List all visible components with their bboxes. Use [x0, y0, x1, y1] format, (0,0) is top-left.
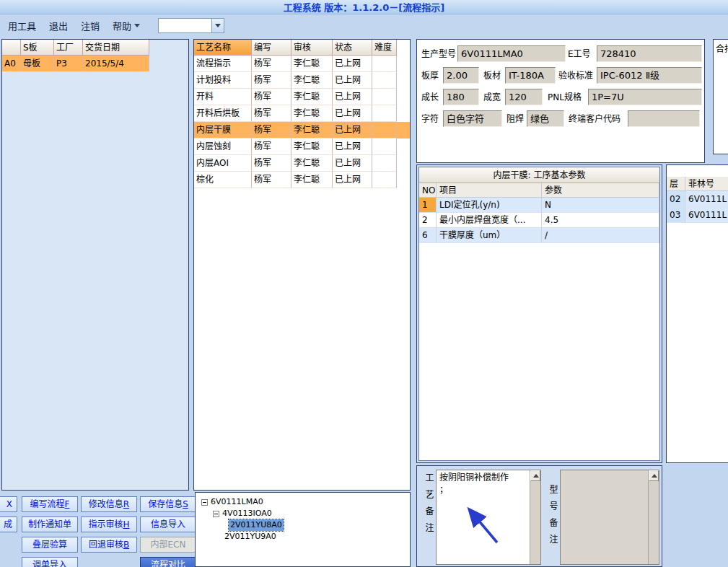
tree-node-root[interactable]: 6V0111LMA0: [201, 496, 263, 508]
param-row[interactable]: 6 干膜厚度（um） /: [419, 228, 659, 243]
process-col-writer[interactable]: 编写: [252, 40, 291, 56]
film-cell-layer: 03: [667, 207, 685, 223]
length-label: 成长: [421, 89, 439, 106]
tree-collapse-icon[interactable]: [201, 499, 208, 506]
process-cell-status: 已上网: [333, 139, 372, 155]
length-field[interactable]: 180: [443, 89, 479, 105]
menu-item-exit[interactable]: 退出: [43, 17, 74, 35]
process-row[interactable]: 开料后烘板 杨军 李仁聪 已上网: [194, 105, 410, 122]
material-field[interactable]: IT-180A: [505, 67, 556, 84]
process-cell-writer: 杨军: [252, 72, 291, 89]
eno-field[interactable]: 728410: [597, 45, 702, 62]
process-cell-auditor: 李仁聪: [291, 72, 333, 89]
param-cell-value: /: [542, 228, 659, 243]
rollback-audit-button[interactable]: 回退审核B: [81, 537, 137, 553]
param-col-item[interactable]: 项目: [437, 183, 542, 198]
board-col-delivery[interactable]: 交货日期: [83, 40, 149, 56]
param-col-no[interactable]: NO: [419, 183, 437, 198]
process-cell-difficulty: [372, 122, 397, 139]
process-cell-writer: 杨军: [252, 155, 291, 172]
combobox-value: [159, 19, 211, 32]
tree-node-selected[interactable]: 2V011YU8A0: [229, 519, 284, 531]
menu-item-logout[interactable]: 注销: [74, 17, 106, 35]
client-code-field[interactable]: [628, 110, 700, 127]
board-table-row[interactable]: A0 母板 P3 2015/5/4: [2, 56, 149, 71]
write-flow-button[interactable]: 编写流程F: [22, 496, 78, 512]
film-row[interactable]: 03 6V0111L: [667, 207, 728, 223]
process-cell-auditor: 李仁聪: [291, 139, 333, 155]
board-col-sboard[interactable]: S板: [21, 40, 54, 56]
process-remark-textarea[interactable]: 按阴阳铜补偿制作 ；: [436, 470, 541, 565]
board-col-cut[interactable]: [2, 40, 21, 56]
menu-item-tools[interactable]: 用工具: [1, 17, 43, 35]
menu-combobox[interactable]: [158, 18, 224, 33]
info-import-button[interactable]: 信息导入: [140, 517, 196, 532]
save-info-button[interactable]: 保存信息S: [140, 496, 196, 512]
make-notice-button[interactable]: 制作通知单: [22, 517, 78, 532]
thickness-field[interactable]: 2.00: [443, 67, 479, 84]
model-field[interactable]: 6V0111LMA0: [457, 45, 566, 62]
process-col-name[interactable]: 工艺名称: [194, 40, 252, 56]
cut-button-x[interactable]: X: [0, 496, 17, 512]
scroll-up-button[interactable]: [649, 470, 659, 481]
model-remark-textarea[interactable]: [560, 470, 659, 565]
menu-item-help[interactable]: 帮助: [106, 17, 146, 35]
pnl-label: PNL规格: [548, 89, 582, 106]
process-row[interactable]: 棕化 杨军 李仁聪 已上网: [194, 172, 410, 188]
process-row-selected[interactable]: 内层干膜 杨军 李仁聪 已上网: [194, 122, 410, 139]
pnl-field[interactable]: 1P=7U: [588, 89, 702, 105]
process-cell-difficulty: [372, 139, 397, 155]
board-col-factory[interactable]: 工厂: [54, 40, 83, 56]
process-col-auditor[interactable]: 审核: [291, 40, 333, 56]
width-field[interactable]: 120: [505, 89, 543, 105]
flow-compare-button[interactable]: 流程对比: [140, 557, 196, 567]
param-cell-value: 4.5: [542, 213, 659, 228]
action-button-panel: X 编写流程F 修改信息R 保存信息S 成 制作通知单 指示审核H 信息导入 叠…: [0, 492, 192, 567]
film-cell-layer: 02: [667, 191, 685, 207]
client-code-label: 终端客户代码: [569, 110, 620, 128]
hepai-panel: 合排: [713, 39, 728, 154]
process-cell-name: 开料后烘板: [194, 105, 252, 122]
process-row[interactable]: 内层AOI 杨军 李仁聪 已上网: [194, 155, 410, 172]
process-row[interactable]: 内层蚀刻 杨军 李仁聪 已上网: [194, 139, 410, 155]
process-cell-auditor: 李仁聪: [291, 89, 333, 105]
process-row[interactable]: 计划投料 杨军 李仁聪 已上网: [194, 72, 410, 89]
tree-node-child[interactable]: 2V011YU9A0: [224, 531, 276, 542]
silkscreen-label: 字符: [421, 110, 439, 128]
tree-collapse-icon[interactable]: [213, 511, 219, 517]
process-row[interactable]: 流程指示 杨军 李仁聪 已上网: [194, 56, 410, 72]
film-col-film[interactable]: 菲林号: [685, 177, 728, 191]
standard-field[interactable]: IPC-6012 Ⅱ级: [597, 67, 702, 84]
process-cell-writer: 杨军: [252, 105, 291, 122]
model-remark-label: 型号备注: [547, 485, 558, 551]
board-cell-sboard: 母板: [21, 56, 54, 71]
film-row[interactable]: 02 6V0111L: [667, 191, 728, 207]
film-col-layer[interactable]: 层: [667, 177, 685, 191]
process-cell-difficulty: [372, 56, 397, 72]
triangle-up-icon: [533, 474, 539, 478]
internal-ecn-button[interactable]: 内部ECN: [140, 537, 196, 553]
instruction-audit-button[interactable]: 指示审核H: [81, 517, 137, 532]
tree-node-child[interactable]: 4V0113IOA0: [213, 508, 272, 519]
process-col-status[interactable]: 状态: [333, 40, 372, 56]
param-col-value[interactable]: 参数: [542, 183, 659, 198]
stackup-check-button[interactable]: 叠层验算: [22, 537, 78, 553]
process-cell-name: 流程指示: [194, 56, 252, 72]
soldermask-field[interactable]: 绿色: [527, 110, 564, 127]
silkscreen-field[interactable]: 白色字符: [443, 110, 502, 127]
process-row[interactable]: 开料 杨军 李仁聪 已上网: [194, 89, 410, 105]
process-remark-scrollbar[interactable]: [530, 470, 540, 564]
process-cell-difficulty: [372, 72, 397, 89]
order-import-button[interactable]: 调单导入: [22, 557, 78, 567]
eno-label: E工号: [568, 45, 591, 63]
param-row[interactable]: 2 最小内层焊盘宽度（... 4.5: [419, 213, 659, 228]
process-remark-text: 按阴阳铜补偿制作 ；: [439, 472, 527, 563]
cut-button-cheng[interactable]: 成: [0, 517, 17, 532]
board-cell-factory: P3: [54, 56, 83, 71]
process-col-difficulty[interactable]: 难度: [372, 40, 397, 56]
param-row[interactable]: 1 LDI定位孔(y/n) N: [419, 198, 659, 213]
modify-info-button[interactable]: 修改信息R: [81, 496, 137, 512]
combobox-dropdown-button[interactable]: [211, 19, 224, 32]
scroll-up-button[interactable]: [530, 470, 540, 481]
model-remark-scrollbar[interactable]: [648, 470, 659, 564]
